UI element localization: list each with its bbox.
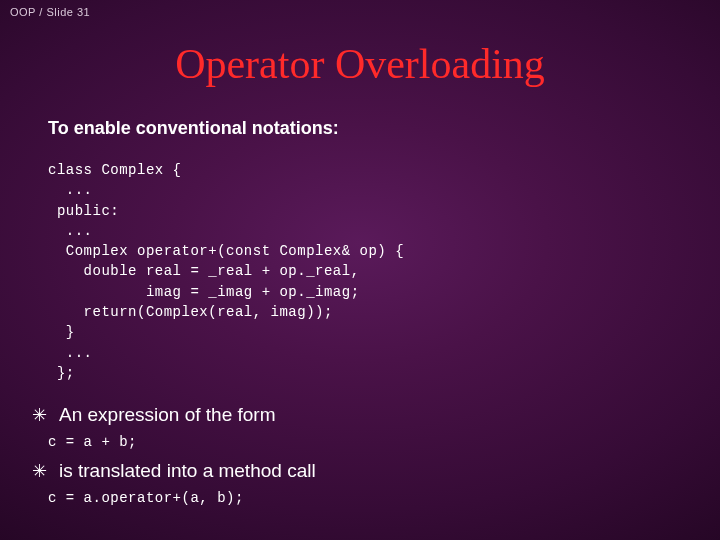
bullet-item-1: ✳ An expression of the form <box>32 404 276 426</box>
code-block-main: class Complex { ... public: ... Complex … <box>48 160 404 383</box>
bullet-text-2: is translated into a method call <box>59 460 316 482</box>
slide-subtitle: To enable conventional notations: <box>48 118 339 139</box>
bullet-item-2: ✳ is translated into a method call <box>32 460 316 482</box>
bullet-text-1: An expression of the form <box>59 404 276 426</box>
bullet-icon: ✳ <box>32 404 47 426</box>
code-expression-2: c = a.operator+(a, b); <box>48 490 244 506</box>
slide-title: Operator Overloading <box>0 40 720 88</box>
slide: OOP / Slide 31 Operator Overloading To e… <box>0 0 720 540</box>
code-expression-1: c = a + b; <box>48 434 137 450</box>
bullet-icon: ✳ <box>32 460 47 482</box>
slide-header: OOP / Slide 31 <box>10 6 90 18</box>
